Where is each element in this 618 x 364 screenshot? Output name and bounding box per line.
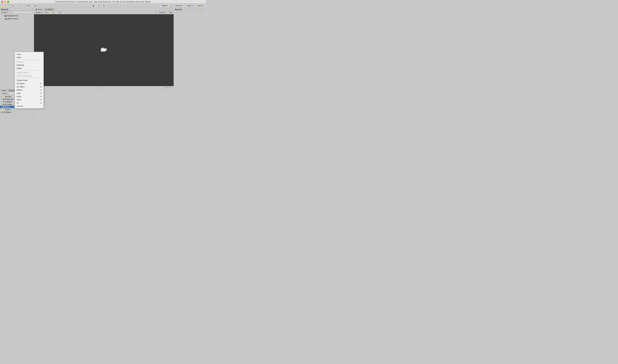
minimize-button[interactable] (4, 1, 6, 3)
scene-icon: 🎬 (4, 15, 6, 17)
favorites-item[interactable]: ▼ ⭐ Favorites (0, 95, 14, 98)
context-rename[interactable]: Rename (15, 60, 43, 64)
scene-tab-icon: 🏔 (36, 9, 37, 10)
context-2d-object[interactable]: 2D Object ▶ (15, 85, 43, 88)
context-sep-2 (15, 70, 43, 71)
hidden-count-btn[interactable]: ⊕ 0 (58, 11, 61, 14)
all-layers-dropdown[interactable]: ⊕All (168, 11, 173, 14)
scene-tabs-wrapper: 🏔 Scene 🎮 Game 🔒 ⋯ (34, 8, 174, 11)
hierarchy-search[interactable] (9, 11, 33, 13)
context-delete[interactable]: Delete (15, 67, 43, 70)
center-area: 🏔 Scene 🎮 Game 🔒 ⋯ Shaded ▼ (34, 8, 174, 121)
light-submenu-arrow: ▶ (41, 92, 42, 94)
top-toolbar: ✋ ✛ ↻ ⊞ ▭ ⊕ ✦ Pivot Local ▶ ⏸ ⏭ Collab ▼… (0, 4, 206, 8)
hierarchy-tab-label[interactable]: Hierarchy (1, 9, 8, 10)
hierarchy-item-maincamera[interactable]: 📷 Main Camera (0, 17, 34, 20)
all-models-item[interactable]: ◎ All Models (0, 101, 14, 103)
shaded-dropdown[interactable]: Shaded ▼ (35, 11, 44, 14)
project-create-btn[interactable]: Create ▾ (1, 92, 8, 95)
game-tab-icon: 🎮 (46, 9, 47, 10)
context-3d-object[interactable]: 3D Object ▶ (15, 82, 43, 85)
cloud-icon[interactable]: ☁ (170, 4, 173, 7)
pivot-button[interactable]: Pivot (26, 4, 31, 7)
scale-tool-btn[interactable]: ⊞ (11, 4, 14, 7)
rotate-tool-btn[interactable]: ↻ (7, 4, 11, 7)
scene-toolbar: Shaded ▼ 2D 💡 🔊 ✨ ⊕ 0 ⊡ Gizmos ▼ ⊕All (34, 11, 174, 14)
2d-button[interactable]: 2D (44, 11, 48, 14)
create-button[interactable]: Create ▾ (1, 11, 8, 13)
svg-rect-2 (102, 48, 103, 49)
inspector-header: Inspector 🔒 ⋯ (174, 8, 206, 11)
scene-game-tabs: 🏔 Scene 🎮 Game 🔒 ⋯ (34, 8, 174, 11)
hierarchy-panel-header: Hierarchy 🔒 (0, 8, 34, 11)
context-select-prefab-root[interactable]: Select Prefab Root (15, 74, 43, 78)
hand-tool-btn[interactable]: ✋ (1, 4, 4, 7)
scene-tab[interactable]: 🏔 Scene (34, 8, 44, 11)
fx-btn[interactable]: ✨ (55, 11, 58, 14)
context-ui[interactable]: UI ▶ (15, 101, 43, 104)
game-tab[interactable]: 🎮 Game (44, 8, 54, 11)
scene-anim-btn[interactable]: ▶ (165, 87, 168, 89)
viewport-maximize-btn[interactable]: ⊡ (155, 11, 157, 14)
all-prefabs-item[interactable]: ◈ All Prefabs (0, 103, 14, 106)
move-tool-btn[interactable]: ✛ (4, 4, 7, 7)
tool-icons: ✋ ✛ ↻ ⊞ ▭ ⊕ ✦ (1, 4, 24, 7)
local-button[interactable]: Local (32, 4, 38, 7)
bottom-console-area (34, 89, 174, 121)
scenes-item[interactable]: 📁 Scenes (0, 108, 14, 111)
scene-viewport[interactable] (34, 14, 174, 86)
title-bar: Unity 2019.1.5f1 Personal - SampleScene.… (0, 0, 206, 4)
layers-button[interactable]: Layers ▼ (185, 4, 195, 7)
transform-tool-btn[interactable]: ⊕ (18, 4, 21, 7)
hierarchy-controls: Create ▾ (0, 11, 34, 14)
assets-item[interactable]: ▼ 📁 Assets (0, 106, 14, 108)
inspector-title: Inspector (175, 9, 182, 10)
context-light[interactable]: Light ▶ (15, 91, 43, 95)
video-submenu-arrow: ▶ (41, 99, 42, 101)
svg-rect-0 (101, 48, 105, 52)
scene-close-btn[interactable]: ✕ (171, 87, 173, 89)
layout-button[interactable]: Layout ▼ (196, 4, 205, 7)
scene-bottom-bar: 🔊 🔍 ▶ ✦ ✕ (34, 86, 174, 89)
project-tab[interactable]: Project (0, 89, 8, 92)
scene-menu-btn[interactable]: ⋯ (171, 8, 173, 11)
context-select-children[interactable]: Select Children (15, 71, 43, 74)
inspector-lock-btn[interactable]: 🔒 (200, 8, 202, 11)
all-materials-item[interactable]: ◉ All Materials (0, 98, 14, 101)
pause-button[interactable]: ⏸ (97, 4, 101, 7)
inspector-menu-btn[interactable]: ⋯ (203, 8, 205, 11)
lighting-btn[interactable]: 💡 (49, 11, 51, 14)
context-duplicate[interactable]: Duplicate (15, 64, 43, 67)
2d-submenu-arrow: ▶ (41, 86, 42, 88)
inspector-content (174, 11, 206, 121)
maximize-button[interactable] (7, 1, 9, 3)
scene-particles-btn[interactable]: ✦ (168, 87, 170, 89)
context-create-empty[interactable]: Create Empty (15, 79, 43, 82)
audio-submenu-arrow: ▶ (41, 96, 42, 97)
context-camera[interactable]: Camera (15, 104, 43, 108)
play-button[interactable]: ▶ (92, 4, 96, 7)
audio-btn[interactable]: 🔊 (52, 11, 55, 14)
account-button[interactable]: Account ▼ (174, 4, 185, 7)
hierarchy-item-samplescene[interactable]: ▼ 🎬 SampleScene (0, 14, 34, 17)
camera-viewport-icon (101, 47, 107, 53)
context-copy[interactable]: Copy (15, 52, 43, 56)
context-sep-3 (15, 78, 43, 78)
scene-tab-controls: 🔒 ⋯ (168, 8, 174, 11)
context-paste[interactable]: Paste (15, 56, 43, 59)
3d-submenu-arrow: ▶ (41, 83, 42, 84)
toolbar-right: Collab ▼ ☁ Account ▼ Layers ▼ Layout ▼ (160, 4, 205, 7)
custom-tool-btn[interactable]: ✦ (21, 4, 24, 7)
step-button[interactable]: ⏭ (102, 4, 106, 7)
close-button[interactable] (1, 1, 3, 3)
context-video[interactable]: Video ▶ (15, 98, 43, 101)
context-audio[interactable]: Audio ▶ (15, 95, 43, 98)
collab-button[interactable]: Collab ▼ (160, 4, 169, 7)
window-title: Unity 2019.1.5f1 Personal - SampleScene.… (55, 1, 151, 3)
scene-lock-btn[interactable]: 🔒 (168, 8, 170, 11)
context-effects[interactable]: Effects ▶ (15, 88, 43, 91)
rect-tool-btn[interactable]: ▭ (14, 4, 17, 7)
gizmos-dropdown[interactable]: Gizmos ▼ (158, 11, 168, 14)
ui-submenu-arrow: ▶ (41, 102, 42, 104)
packages-item[interactable]: ▶ 📦 Packages (0, 111, 14, 113)
